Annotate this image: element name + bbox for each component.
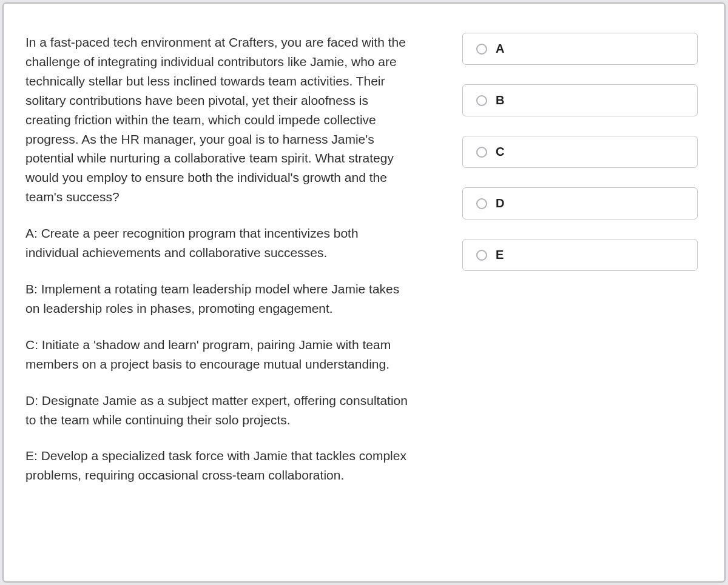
options-column: A B C D E <box>462 33 698 552</box>
option-button-a[interactable]: A <box>462 33 698 65</box>
answer-description-e: E: Develop a specialized task force with… <box>25 446 414 485</box>
radio-icon <box>476 250 487 261</box>
answer-description-c: C: Initiate a 'shadow and learn' program… <box>25 335 414 374</box>
answer-description-b: B: Implement a rotating team leadership … <box>25 279 414 318</box>
option-button-c[interactable]: C <box>462 136 698 168</box>
quiz-container: In a fast-paced tech environment at Craf… <box>2 2 726 583</box>
answer-description-d: D: Designate Jamie as a subject matter e… <box>25 391 414 430</box>
radio-icon <box>476 44 487 55</box>
option-label: E <box>496 248 504 262</box>
option-button-b[interactable]: B <box>462 84 698 116</box>
radio-icon <box>476 198 487 209</box>
option-label: B <box>496 93 504 107</box>
question-prompt: In a fast-paced tech environment at Craf… <box>25 33 414 207</box>
radio-icon <box>476 147 487 158</box>
option-button-e[interactable]: E <box>462 239 698 271</box>
option-label: C <box>496 145 504 159</box>
radio-icon <box>476 95 487 106</box>
option-button-d[interactable]: D <box>462 187 698 219</box>
option-label: D <box>496 196 504 210</box>
option-label: A <box>496 42 504 56</box>
question-column: In a fast-paced tech environment at Craf… <box>25 33 414 552</box>
answer-description-a: A: Create a peer recognition program tha… <box>25 224 414 262</box>
